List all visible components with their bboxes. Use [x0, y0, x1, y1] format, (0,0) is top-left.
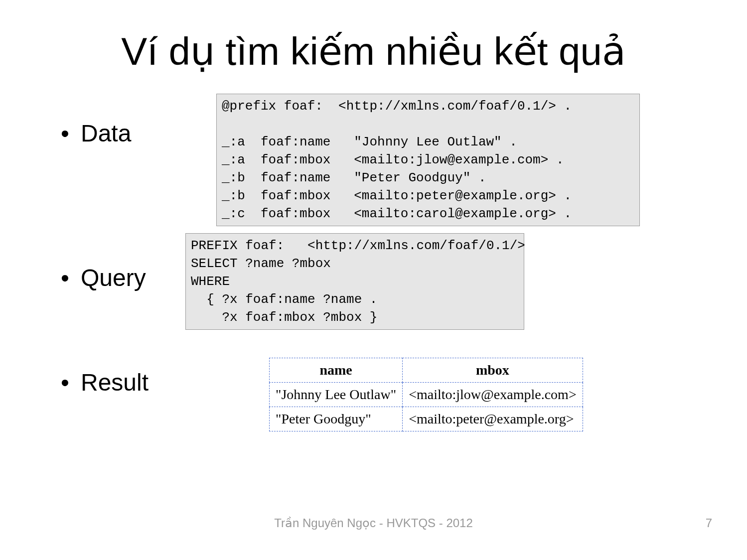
table-header-mbox: mbox	[403, 358, 583, 383]
bullet-data: Data	[81, 120, 131, 147]
query-code-box: PREFIX foaf: <http://xmlns.com/foaf/0.1/…	[185, 233, 524, 330]
table-row: "Johnny Lee Outlaw" <mailto:jlow@example…	[270, 383, 583, 407]
footer-center: Trần Nguyên Ngọc - HVKTQS - 2012	[0, 516, 747, 530]
slide-title: Ví dụ tìm kiếm nhiều kết quả	[0, 29, 747, 74]
result-table: name mbox "Johnny Lee Outlaw" <mailto:jl…	[269, 358, 583, 431]
table-header-name: name	[270, 358, 403, 383]
table-cell: "Peter Goodguy"	[270, 407, 403, 431]
table-cell: <mailto:jlow@example.com>	[403, 383, 583, 407]
table-row: "Peter Goodguy" <mailto:peter@example.or…	[270, 407, 583, 431]
bullet-query: Query	[81, 264, 146, 291]
footer-page-number: 7	[706, 516, 712, 530]
bullet-result: Result	[81, 369, 149, 396]
table-cell: <mailto:peter@example.org>	[403, 407, 583, 431]
data-code-box: @prefix foaf: <http://xmlns.com/foaf/0.1…	[216, 94, 640, 226]
table-cell: "Johnny Lee Outlaw"	[270, 383, 403, 407]
table-header-row: name mbox	[270, 358, 583, 383]
slide: Ví dụ tìm kiếm nhiều kết quả Data Query …	[0, 0, 747, 560]
